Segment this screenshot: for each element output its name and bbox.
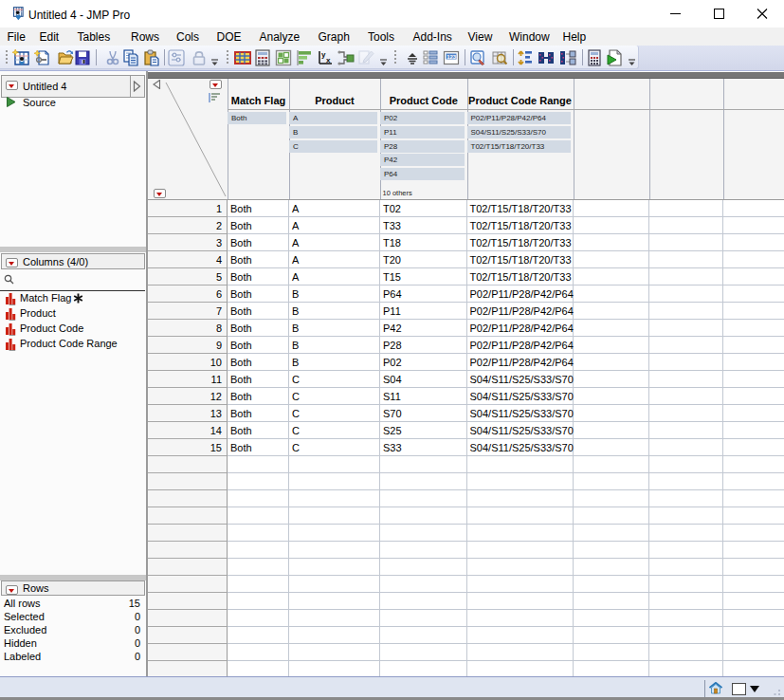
- svg-text:x: x: [326, 56, 331, 64]
- svg-text:123: 123: [447, 54, 457, 60]
